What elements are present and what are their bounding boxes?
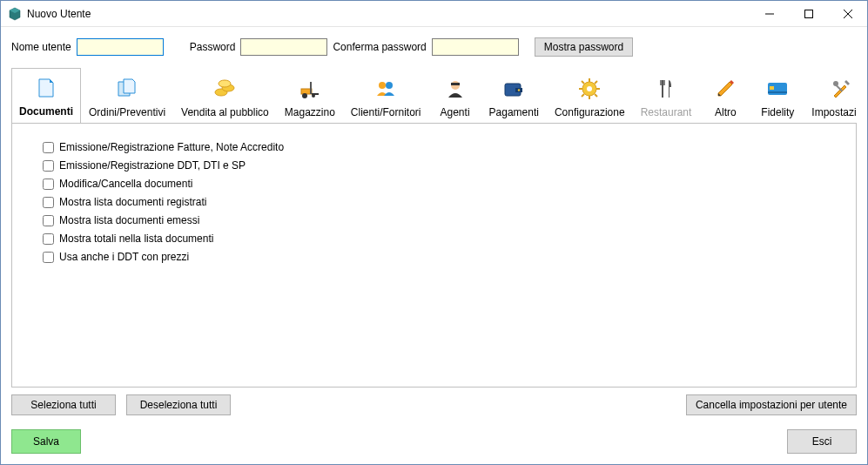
svg-point-12	[219, 80, 231, 87]
password-input[interactable]	[240, 38, 327, 56]
permission-row: Emissione/Registrazione DDT, DTI e SP	[43, 159, 838, 172]
svg-point-25	[518, 89, 520, 91]
permission-checkbox[interactable]	[43, 233, 54, 245]
card-icon	[764, 75, 791, 103]
exit-button[interactable]: Esci	[787, 429, 857, 454]
minimize-button[interactable]	[750, 1, 789, 26]
password-label: Password	[190, 41, 236, 53]
selection-footer: Seleziona tutti Deseleziona tutti Cancel…	[11, 394, 857, 415]
content-area: Nome utente Password Conferma password M…	[1, 27, 867, 464]
permission-checkbox[interactable]	[43, 197, 54, 208]
app-window: Nuovo Utente Nome utente Passwo	[0, 0, 868, 465]
window-controls	[750, 1, 867, 26]
deselect-all-button[interactable]: Deseleziona tutti	[126, 394, 231, 415]
cutlery-icon	[652, 75, 680, 103]
confirm-password-label: Conferma password	[333, 41, 426, 53]
app-icon	[8, 7, 22, 21]
tab-label: Pagamenti	[489, 106, 539, 118]
svg-marker-37	[718, 82, 732, 96]
svg-rect-21	[451, 83, 460, 85]
svg-point-15	[302, 93, 307, 98]
tab-configurazione[interactable]: Configurazione	[547, 69, 633, 124]
svg-rect-14	[310, 82, 312, 94]
permission-checkbox[interactable]	[43, 252, 54, 263]
save-button[interactable]: Salva	[11, 429, 81, 454]
tab-vendita-pubblico[interactable]: Vendita al pubblico	[173, 69, 277, 124]
tab-pagamenti[interactable]: Pagamenti	[481, 69, 547, 124]
permission-label: Mostra lista documenti emessi	[59, 214, 199, 226]
permission-label: Mostra totali nella lista documenti	[59, 232, 213, 245]
delete-user-settings-button[interactable]: Cancella impostazioni per utente	[686, 394, 857, 415]
tab-label: Clienti/Fornitori	[351, 106, 421, 118]
permission-checkbox[interactable]	[43, 179, 54, 190]
svg-line-34	[595, 81, 597, 84]
permission-row: Mostra totali nella lista documenti	[43, 232, 838, 245]
show-password-button[interactable]: Mostra password	[535, 37, 633, 57]
tab-label: Agenti	[441, 106, 470, 118]
tools-icon	[827, 75, 855, 103]
tab-restaurant[interactable]: Restaurant	[633, 69, 700, 124]
window-title: Nuovo Utente	[27, 8, 750, 20]
permission-label: Modifica/Cancella documenti	[59, 178, 192, 190]
coins-icon	[211, 75, 239, 103]
tab-altro[interactable]: Altro	[699, 69, 751, 124]
permission-label: Emissione/Registrazione DDT, DTI e SP	[59, 159, 246, 172]
tab-ordini-preventivi[interactable]: Ordini/Preventivi	[81, 69, 173, 124]
tabstrip: Documenti Ordini/Preventivi	[11, 67, 857, 124]
action-footer: Salva Esci	[11, 429, 857, 454]
tab-fidelity[interactable]: Fidelity	[751, 69, 804, 124]
titlebar: Nuovo Utente	[1, 1, 867, 27]
agent-icon	[441, 75, 469, 103]
people-icon	[372, 75, 400, 103]
tab-label: Documenti	[19, 105, 73, 118]
tab-label: Magazzino	[285, 106, 335, 118]
svg-rect-41	[770, 86, 774, 90]
svg-line-33	[595, 94, 597, 97]
tab-agenti[interactable]: Agenti	[429, 69, 481, 124]
svg-line-5	[844, 10, 852, 18]
username-label: Nome utente	[11, 41, 71, 53]
pencil-icon	[711, 75, 739, 103]
tab-label: Fidelity	[761, 106, 794, 118]
permission-label: Usa anche i DDT con prezzi	[59, 251, 189, 263]
tab-impostazioni[interactable]: Impostazioni	[804, 69, 857, 124]
tab-magazzino[interactable]: Magazzino	[277, 69, 343, 124]
tab-label: Impostazioni	[811, 106, 857, 118]
permission-checkbox[interactable]	[43, 160, 54, 172]
svg-rect-42	[768, 91, 787, 93]
permission-row: Modifica/Cancella documenti	[43, 178, 838, 190]
confirm-password-input[interactable]	[432, 38, 519, 56]
forklift-icon	[296, 75, 324, 103]
svg-line-4	[844, 10, 852, 18]
svg-line-32	[582, 81, 584, 84]
tab-label: Configurazione	[555, 106, 625, 118]
permission-row: Usa anche i DDT con prezzi	[43, 251, 838, 263]
maximize-button[interactable]	[789, 1, 828, 26]
tab-label: Restaurant	[641, 106, 692, 118]
svg-rect-3	[804, 10, 812, 17]
svg-point-18	[379, 82, 386, 89]
svg-point-19	[386, 82, 393, 89]
svg-marker-7	[50, 79, 53, 83]
svg-point-27	[587, 86, 592, 91]
username-input[interactable]	[77, 38, 164, 56]
tab-label: Ordini/Preventivi	[89, 106, 165, 118]
permission-checkbox[interactable]	[43, 215, 54, 226]
permission-row: Mostra lista documenti registrati	[43, 196, 838, 208]
gear-icon	[575, 75, 603, 103]
credentials-row: Nome utente Password Conferma password M…	[11, 37, 857, 57]
document-icon	[32, 74, 60, 102]
tab-documenti[interactable]: Documenti	[11, 68, 81, 124]
select-all-button[interactable]: Seleziona tutti	[11, 394, 116, 415]
permission-label: Emissione/Registrazione Fatture, Note Ac…	[59, 141, 284, 153]
permission-checkbox[interactable]	[43, 142, 54, 153]
tab-label: Vendita al pubblico	[181, 106, 269, 118]
documents-stack-icon	[113, 75, 141, 103]
permission-row: Mostra lista documenti emessi	[43, 214, 838, 226]
permission-row: Emissione/Registrazione Fatture, Note Ac…	[43, 141, 838, 153]
tab-panel-documenti: Emissione/Registrazione Fatture, Note Ac…	[11, 124, 857, 388]
close-button[interactable]	[828, 1, 867, 26]
permission-label: Mostra lista documenti registrati	[59, 196, 206, 208]
tab-clienti-fornitori[interactable]: Clienti/Fornitori	[343, 69, 429, 124]
tab-label: Altro	[715, 106, 737, 118]
